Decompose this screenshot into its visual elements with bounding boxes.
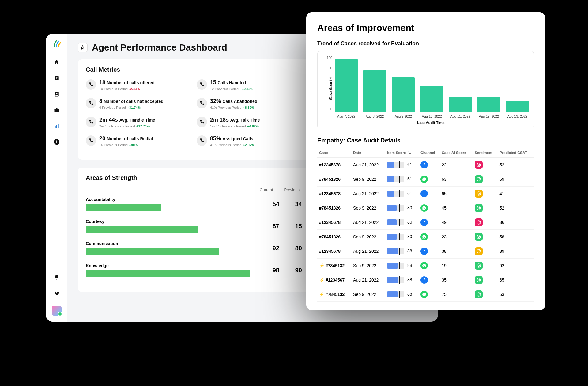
svg-point-11 <box>478 164 478 165</box>
whatsapp-icon <box>420 176 428 183</box>
svg-point-24 <box>479 222 479 222</box>
strength-title: Areas of Strength <box>86 174 302 181</box>
score-bar <box>387 234 404 240</box>
table-row[interactable]: #12345678 Aug 21, 2022 88 f 38 89 <box>317 244 534 259</box>
whatsapp-icon <box>420 233 428 240</box>
header-previous: Previous <box>284 187 300 192</box>
call-metrics-card: Call Metrics 18 Number of calls offered … <box>78 59 310 160</box>
metric-item: 20 Number of calls Redial 16 Previous Pe… <box>86 135 191 147</box>
score-bar <box>387 162 404 168</box>
chart-bar <box>420 86 443 112</box>
col-csat: Predicted CSAT <box>498 148 534 158</box>
sentiment-icon <box>475 276 483 284</box>
metric-item: 32% Calls Abandoned 41% Previous Period … <box>197 98 302 110</box>
svg-rect-5 <box>56 108 57 109</box>
chart-bar <box>449 97 472 112</box>
strength-row: Communication 9280 <box>86 241 302 255</box>
nav-add-icon[interactable] <box>53 138 60 145</box>
bolt-icon: ⚡ <box>319 278 324 282</box>
bolt-icon: ⚡ <box>319 292 324 297</box>
nav-briefcase-icon[interactable] <box>53 107 60 113</box>
svg-point-25 <box>477 235 481 239</box>
svg-point-14 <box>478 179 478 179</box>
svg-point-12 <box>479 164 479 165</box>
sentiment-icon <box>475 247 483 255</box>
score-bar <box>387 277 404 283</box>
nav-contact-icon[interactable] <box>53 91 60 97</box>
phone-icon <box>86 79 96 90</box>
svg-text:T: T <box>55 77 57 80</box>
header-current: Current <box>260 187 273 192</box>
sentiment-icon <box>475 161 483 169</box>
col-date: Date <box>351 148 385 158</box>
score-bar <box>387 219 404 225</box>
strength-row: Accountability 5434 <box>86 197 302 211</box>
score-bar <box>387 291 404 297</box>
chart-bar <box>477 97 500 112</box>
svg-point-3 <box>56 93 57 94</box>
svg-point-15 <box>479 179 479 179</box>
score-bar <box>387 263 404 269</box>
col-sentiment: Sentiment <box>473 148 498 158</box>
strength-row: Courtesy 8715 <box>86 219 302 233</box>
phone-icon <box>86 117 96 127</box>
col-item-score[interactable]: Item Score ⇅ <box>385 148 419 158</box>
sentiment-icon <box>475 233 483 241</box>
table-row[interactable]: ⚡#1234567 Aug 21, 2022 88 f 35 65 <box>317 273 534 287</box>
chart-bar <box>392 77 415 112</box>
sentiment-icon <box>475 175 483 183</box>
table-row[interactable]: #78451326 Sep 9, 2022 61 63 69 <box>317 172 534 187</box>
svg-point-13 <box>477 177 481 181</box>
metric-item: 8 Number of calls not accepted 6 Previou… <box>86 98 191 110</box>
svg-point-36 <box>479 279 479 280</box>
col-case: Case <box>317 148 351 158</box>
table-row[interactable]: #78451326 Sep 9, 2022 80 23 58 <box>317 230 534 244</box>
svg-point-18 <box>479 193 479 193</box>
svg-rect-7 <box>56 125 57 128</box>
improvement-detail-card: Areas of Improvement Trend of Cases rece… <box>306 12 545 310</box>
x-axis-label: Last Audit Time <box>333 121 529 125</box>
table-row[interactable]: #12345678 Aug 21, 2022 61 f 65 41 <box>317 187 534 201</box>
svg-point-35 <box>478 279 478 280</box>
svg-point-32 <box>478 265 478 265</box>
sidebar: T <box>46 34 67 322</box>
nav-home-icon[interactable] <box>53 59 60 66</box>
table-row[interactable]: #12345678 Aug 21, 2022 80 f 49 36 <box>317 215 534 230</box>
svg-point-27 <box>479 236 479 237</box>
metric-item: 18 Number of calls offered 19 Previous P… <box>86 79 191 91</box>
metric-item: 2m 44s Avg. Handle Time 2m 13s Previous … <box>86 117 191 129</box>
score-bar <box>387 205 404 211</box>
chart-bar <box>506 101 529 112</box>
svg-point-20 <box>478 207 478 208</box>
user-avatar[interactable] <box>52 306 62 316</box>
table-row[interactable]: ⚡#7845132 Sep 9, 2022 88 19 92 <box>317 259 534 273</box>
whatsapp-icon <box>420 291 428 298</box>
sentiment-icon <box>475 290 483 298</box>
sentiment-icon <box>475 218 483 226</box>
nav-analytics-icon[interactable] <box>53 123 60 129</box>
sort-icon: ⇅ <box>408 151 411 155</box>
svg-point-22 <box>477 221 481 224</box>
svg-point-26 <box>478 236 478 237</box>
favorite-button[interactable] <box>78 43 88 52</box>
table-row[interactable]: #78451326 Sep 9, 2022 80 45 52 <box>317 201 534 215</box>
notifications-icon[interactable] <box>53 274 60 281</box>
svg-point-31 <box>477 264 481 267</box>
whatsapp-icon <box>420 204 428 212</box>
chart-bar <box>363 70 386 112</box>
health-icon[interactable] <box>53 290 60 297</box>
table-row[interactable]: #12345678 Aug 21, 2022 61 f 22 52 <box>317 158 534 172</box>
svg-point-37 <box>477 293 481 296</box>
nav-text-icon[interactable]: T <box>53 75 60 81</box>
col-channel: Channel <box>419 148 440 158</box>
svg-point-33 <box>479 265 479 265</box>
table-title: Empathy: Case Audit Details <box>317 137 534 144</box>
app-logo <box>52 40 61 50</box>
facebook-icon: f <box>420 248 428 255</box>
metric-item: 2m 18s Avg. Talk Time 1m 44s Previous Pe… <box>197 117 302 129</box>
facebook-icon: f <box>420 219 428 226</box>
strength-row: Knowledge 9890 <box>86 263 302 277</box>
trend-chart: Case Count 100806040200 Aug 7, 2022Aug 8… <box>317 51 534 128</box>
table-row[interactable]: ⚡#7845132 Sep 9, 2022 88 75 53 <box>317 287 534 302</box>
svg-point-30 <box>479 251 479 251</box>
